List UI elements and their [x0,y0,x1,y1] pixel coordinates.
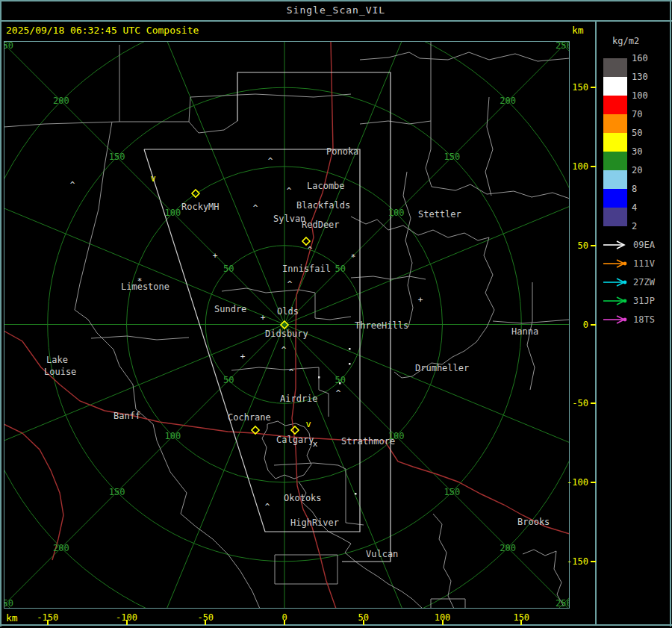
track-arrow-icon [603,297,626,305]
right-axis-unit-label: km [572,25,593,36]
svg-text:50: 50 [223,264,234,274]
colorbar-swatch [603,152,627,170]
bottom-axis-tick [47,620,49,625]
colorbar-swatch [603,133,627,152]
city-label: Airdrie [280,394,318,404]
bottom-axis-tick [442,620,444,625]
track-arrow-icon [603,260,626,267]
bottom-axis-tick [363,620,364,625]
svg-text:200: 200 [53,543,69,553]
town-dot-icon [349,363,351,365]
town-caret-icon: ^ [268,156,273,166]
town-caret-icon: ^ [308,245,313,255]
right-axis-value: 50 [561,241,588,250]
city-label: RockyMH [181,202,220,212]
city-label: ThreeHills [355,320,408,331]
city-label: Lake [46,355,68,365]
town-plus-icon: + [240,352,246,361]
town-caret-icon: ^ [287,279,293,289]
radar-map: 5010015020025050100150200250501001502002… [4,41,570,609]
track-arrow-icon [603,279,626,286]
colorbar-value: 20 [632,166,662,175]
city-label: Cochrane [228,412,271,423]
colorbar-swatch [603,208,627,226]
bottom-axis-tick [284,620,285,625]
colorbar-swatch [603,170,627,189]
colorbar-value: 160 [632,54,662,63]
right-axis-tick [591,482,596,483]
svg-text:150: 150 [444,152,460,162]
colorbar-swatch [603,58,627,77]
town-caret-icon: ^ [265,502,270,512]
bottom-axis-tick [520,620,522,625]
svg-text:150: 150 [109,487,125,497]
window-border-left [0,0,1,627]
svg-text:250: 250 [4,598,13,609]
svg-text:200: 200 [500,96,516,106]
town-caret-icon: ^ [281,345,287,355]
colorbar-value: 2 [632,222,662,231]
svg-text:100: 100 [165,208,181,218]
colorbar-swatch [603,189,627,208]
track-id: 09EA [633,240,655,249]
colorbar-value: 4 [632,203,662,212]
city-label: HighRiver [290,517,339,528]
svg-text:150: 150 [109,152,125,162]
city-label: Hanna [511,326,538,337]
city-label: Drumheller [415,363,469,373]
colorbar-value: 8 [632,184,662,193]
colorbar-swatch [603,96,627,114]
colorbar-value: 100 [632,91,662,100]
svg-text:250: 250 [556,41,570,51]
town-caret-icon: ^ [70,180,75,190]
track-arrow-icon [603,241,624,249]
svg-text:250: 250 [4,41,13,51]
city-label: Innisfail [282,264,331,274]
svg-text:250: 250 [556,598,570,609]
town-caret-icon: ^ [253,203,258,213]
track-arrow-legend [597,235,633,332]
town-dot-icon [339,382,341,385]
right-axis-tick [591,561,596,562]
track-id: 27ZW [633,278,655,287]
city-label: Okotoks [284,493,322,503]
svg-text:100: 100 [388,208,405,218]
right-axis-tick [591,87,596,88]
city-label: RedDeer [302,220,340,230]
city-label: Ponoka [326,146,358,157]
right-axis-value: -50 [561,399,588,408]
city-label: Banff [113,411,140,421]
right-axis-value: 0 [561,320,588,329]
track-arrow-icon [603,316,626,323]
town-plus-icon: + [418,295,423,305]
svg-text:50: 50 [335,264,346,274]
titlebar-separator [0,20,672,22]
town-caret-icon: ^ [336,388,341,398]
city-label: Vulcan [366,549,398,559]
storm-vector-icon: v [150,173,155,184]
town-plus-icon: + [213,251,218,261]
colorbar-value: 50 [632,128,662,137]
legend-divider [595,20,597,624]
track-id: 18TS [633,315,655,324]
window-title-text: Single_Scan_VIL [287,4,385,16]
bottom-axis-unit-label: km [6,612,18,624]
colorbar-swatch [603,77,627,96]
colorbar-value: 130 [632,72,662,81]
right-axis-value: -100 [561,478,588,487]
town-asterisk-icon: * [351,252,356,262]
storm-vector-icon: v [305,419,311,429]
town-x-icon: x [313,439,318,449]
town-dot-icon [355,493,357,495]
track-id: 31JP [633,296,655,305]
city-label: Blackfalds [296,200,350,211]
window-border-bottom [0,624,672,626]
svg-text:150: 150 [444,487,460,497]
right-axis-value: 100 [561,162,588,171]
town-caret-icon: ^ [287,186,292,196]
city-label: Didsbury [265,329,308,339]
city-label: Brooks [517,517,550,527]
town-asterisk-icon: * [137,276,143,286]
bottom-axis-tick [205,620,206,625]
legend-units-label: kg/m2 [612,36,639,46]
